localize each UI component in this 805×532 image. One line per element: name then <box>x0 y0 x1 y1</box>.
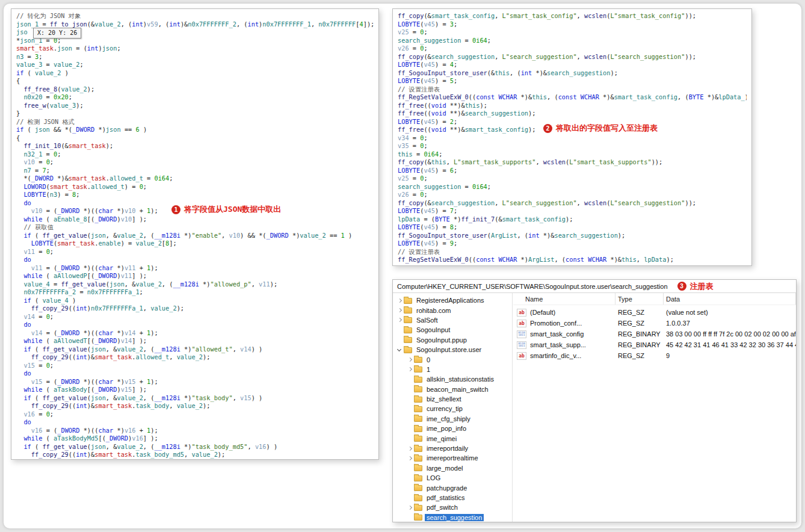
registry-value-list: NameTypeData ab(Default)REG_SZ(value not… <box>513 293 796 522</box>
code-line: json_1 = ff_to_json(&value_2, (int)v59, … <box>16 20 374 29</box>
tree-item[interactable]: pdf_statistics <box>393 493 512 503</box>
code-line: while ( aAllowedT[(_DWORD)v14] ); <box>16 337 374 345</box>
code-line: ff_RegSetValueExW_0((const WCHAR *)ArgLi… <box>398 256 747 264</box>
folder-icon <box>414 505 422 511</box>
code-line: search_suggestion = 0i64; <box>398 37 747 45</box>
code-line: this = 0i64; <box>398 150 747 159</box>
value-type: REG_SZ <box>615 352 664 359</box>
value-name: smartinfo_dic_v... <box>530 352 615 359</box>
code-line: do <box>16 370 374 378</box>
code-line: { <box>16 134 374 143</box>
tree-item[interactable]: SalSoft <box>393 315 512 325</box>
tree-item-label: 1 <box>425 366 432 373</box>
code-line: LOWORD(smart_task.allowed_t) = 0; <box>16 183 374 191</box>
chevron-right-icon[interactable] <box>407 455 413 462</box>
code-line: ff_free_8(value_2); <box>16 85 374 94</box>
tree-item[interactable]: pdf_switch <box>393 503 512 512</box>
code-line: v26 = 0; <box>398 45 747 53</box>
tree-item-label: RegisteredApplications <box>415 297 486 304</box>
tree-item-label: imereportrealtime <box>425 454 480 462</box>
tree-item[interactable]: 0 <box>393 354 512 364</box>
tree-item[interactable]: search_suggestion <box>393 513 512 522</box>
registry-value-row[interactable]: 0110 1011smart_task_configREG_BINARY38 0… <box>513 329 796 339</box>
decompiler-panel-registry-write[interactable]: ff_copy(&smart_task_config, L"smart_task… <box>392 8 752 266</box>
chevron-placeholder <box>407 495 413 501</box>
code-line: ff_copy_29((int)&smart_task.task_body_md… <box>16 451 374 459</box>
folder-icon <box>414 495 422 501</box>
chevron-placeholder <box>407 465 413 471</box>
registry-value-row[interactable]: absmartinfo_dic_v...REG_SZ9 <box>513 350 796 361</box>
folder-icon <box>414 416 422 422</box>
tree-item[interactable]: ime_qimei <box>393 433 512 443</box>
chevron-placeholder <box>407 514 413 521</box>
chevron-right-icon[interactable] <box>396 297 403 304</box>
tree-item-label: pdf_statistics <box>425 494 467 501</box>
chevron-placeholder <box>407 484 413 491</box>
registry-value-row[interactable]: ab(Default)REG_SZ(value not set) <box>513 307 796 318</box>
code-line: LOBYTE(v45) = 5; <box>398 77 747 85</box>
chevron-placeholder <box>407 376 413 383</box>
code-line: LOBYTE(v45) = 4; <box>398 61 747 69</box>
tree-item[interactable]: SogouInput <box>393 325 512 335</box>
code-line: v26 = 0; <box>398 191 747 199</box>
tree-item[interactable]: SogouInput.ppup <box>393 335 512 345</box>
registry-rows: ab(Default)REG_SZ(value not set)abPromot… <box>513 305 796 361</box>
code-line: ff_copy(&this, L"smart_task_supports", w… <box>398 158 747 167</box>
code-line: v35 = 0; <box>398 142 747 150</box>
column-header-name[interactable]: Name <box>513 293 615 305</box>
chevron-right-icon[interactable] <box>396 317 403 323</box>
tree-item[interactable]: beacon_main_switch <box>393 385 512 394</box>
column-header-type[interactable]: Type <box>615 293 664 305</box>
registry-address-bar[interactable]: Computer\HKEY_CURRENT_USER\SOFTWARE\Sogo… <box>393 280 796 293</box>
tree-item[interactable]: imereportrealtime <box>393 453 512 463</box>
tree-item-label: SogouInput.ppup <box>415 336 469 344</box>
tree-item[interactable]: LOG <box>393 473 512 483</box>
tree-item-label: search_suggestion <box>425 514 484 521</box>
tree-item[interactable]: biz_shellext <box>393 394 512 404</box>
tree-item-label: ime_pop_info <box>425 425 468 432</box>
tree-item[interactable]: allskin_statusiconstatis <box>393 374 512 384</box>
folder-icon <box>414 386 422 392</box>
chevron-right-icon[interactable] <box>407 504 413 511</box>
tree-item[interactable]: rohitab.com <box>393 305 512 315</box>
code-line: v10 = (_DWORD *)((char *)v10 + 1); <box>16 207 374 215</box>
registry-value-row[interactable]: abPromotion_conf...REG_SZ1.0.0.37 <box>513 318 796 329</box>
code-line: if ( value_2 ) <box>16 69 374 78</box>
tree-item[interactable]: large_model <box>393 463 512 473</box>
tree-item-label: currency_tip <box>425 405 464 412</box>
tree-item[interactable]: currency_tip <box>393 404 512 413</box>
chevron-right-icon[interactable] <box>407 356 413 363</box>
code-line: ff_SogouInput_store_user(&this, (int *)&… <box>398 69 747 78</box>
code-line: ff_copy_29((int)&smart_task.task_body, v… <box>16 402 374 410</box>
annotation-3-text: 注册表 <box>690 281 714 292</box>
chevron-placeholder <box>396 327 403 333</box>
chevron-down-icon[interactable] <box>396 347 403 353</box>
registry-value-row[interactable]: 0110 1011smart_task_supp...REG_BINARY45 … <box>513 339 796 350</box>
column-header-data[interactable]: Data <box>664 293 796 305</box>
code-line: free_w(value_3); <box>16 102 374 110</box>
decompiler-panel-json-parse[interactable]: // 转化为 JSON 对象json_1 = ff_to_json(&value… <box>11 8 379 460</box>
tree-item-label: SogouInput.store.user <box>415 346 483 353</box>
code-line: v25 = 0; <box>398 175 747 183</box>
registry-path: Computer\HKEY_CURRENT_USER\SOFTWARE\Sogo… <box>397 283 668 290</box>
chevron-right-icon[interactable] <box>407 445 413 452</box>
tree-item[interactable]: SogouInput.store.user <box>393 345 512 354</box>
code-line: n0x20 = 0x20; <box>16 93 374 102</box>
tree-item-label: beacon_main_switch <box>425 386 490 393</box>
code-line: *(_DWORD *)&smart_task.allowed_t = 0i64; <box>16 175 374 183</box>
tree-item[interactable]: imereportdaily <box>393 444 512 453</box>
code-line: } <box>16 110 374 118</box>
chevron-placeholder <box>407 386 413 392</box>
tree-item[interactable]: RegisteredApplications <box>393 295 512 305</box>
chevron-right-icon[interactable] <box>407 366 413 373</box>
tree-item[interactable]: ime_pop_info <box>393 424 512 433</box>
code-line: ff_copy_29((int)n0x7FFFFFFFa_1, value_2)… <box>16 305 374 313</box>
folder-icon <box>414 377 422 383</box>
tree-item-label: ime_qimei <box>425 435 458 442</box>
tree-item[interactable]: ime_cfg_shiply <box>393 414 512 424</box>
registry-body: RegisteredApplicationsrohitab.comSalSoft… <box>393 293 796 522</box>
tree-item[interactable]: patchupgrade <box>393 483 512 492</box>
chevron-right-icon[interactable] <box>396 307 403 314</box>
tree-item-label: rohitab.com <box>415 307 452 314</box>
tree-item[interactable]: 1 <box>393 365 512 374</box>
